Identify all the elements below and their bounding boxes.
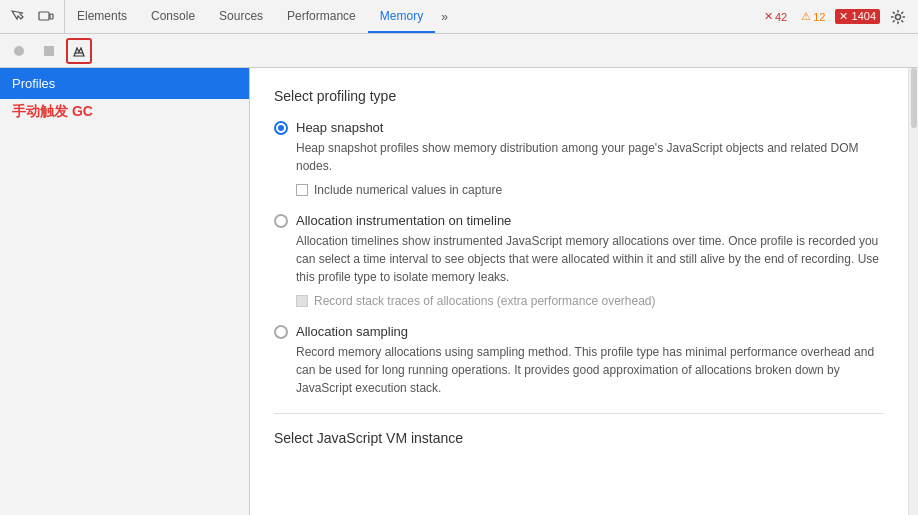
error-badge[interactable]: ✕ 42	[760, 9, 791, 24]
sidebar: Profiles 手动触发 GC	[0, 68, 250, 515]
allocation-sampling-radio[interactable]	[274, 325, 288, 339]
error-count: 42	[775, 11, 787, 23]
sidebar-annotation: 手动触发 GC	[0, 99, 249, 125]
svg-rect-4	[44, 46, 54, 56]
record-button[interactable]	[6, 38, 32, 64]
clear-button[interactable]	[66, 38, 92, 64]
svg-point-3	[14, 46, 24, 56]
tab-memory[interactable]: Memory	[368, 0, 435, 33]
allocation-timeline-text: Allocation instrumentation on timeline	[296, 213, 511, 228]
top-left-icons	[0, 0, 65, 33]
top-right-area: ✕ 42 ⚠ 12 ✕ 1404	[752, 5, 918, 29]
scrollbar-thumb[interactable]	[911, 68, 917, 128]
svg-rect-0	[39, 12, 49, 20]
allocation-sampling-desc: Record memory allocations using sampling…	[296, 343, 884, 397]
tab-console[interactable]: Console	[139, 0, 207, 33]
stop-button[interactable]	[36, 38, 62, 64]
allocation-timeline-desc: Allocation timelines show instrumented J…	[296, 232, 884, 286]
heap-snapshot-option[interactable]: Heap snapshot Heap snapshot profiles sho…	[274, 120, 884, 197]
action-bar	[0, 34, 918, 68]
allocation-sampling-text: Allocation sampling	[296, 324, 408, 339]
warning-badge[interactable]: ⚠ 12	[797, 9, 829, 24]
stack-traces-checkbox-row: Record stack traces of allocations (extr…	[296, 294, 884, 308]
warning-icon: ⚠	[801, 10, 811, 23]
allocation-sampling-option[interactable]: Allocation sampling Record memory alloca…	[274, 324, 884, 397]
content-area: Select profiling type Heap snapshot Heap…	[250, 68, 908, 515]
device-icon[interactable]	[34, 5, 58, 29]
svg-rect-1	[50, 14, 53, 19]
stack-traces-checkbox	[296, 295, 308, 307]
tab-performance[interactable]: Performance	[275, 0, 368, 33]
numerical-values-checkbox[interactable]	[296, 184, 308, 196]
error-icon: ✕	[764, 10, 773, 23]
tabs-container: Elements Console Sources Performance Mem…	[65, 0, 752, 33]
tab-sources[interactable]: Sources	[207, 0, 275, 33]
x-badge[interactable]: ✕ 1404	[835, 9, 880, 24]
sidebar-item-profiles[interactable]: Profiles	[0, 68, 249, 99]
svg-point-2	[896, 14, 901, 19]
top-tab-bar: Elements Console Sources Performance Mem…	[0, 0, 918, 34]
heap-snapshot-radio[interactable]	[274, 121, 288, 135]
allocation-timeline-radio[interactable]	[274, 214, 288, 228]
heap-snapshot-desc: Heap snapshot profiles show memory distr…	[296, 139, 884, 175]
section-title-profiling: Select profiling type	[274, 88, 884, 104]
heap-snapshot-text: Heap snapshot	[296, 120, 383, 135]
tab-elements[interactable]: Elements	[65, 0, 139, 33]
inspect-icon[interactable]	[6, 5, 30, 29]
more-tabs-button[interactable]: »	[435, 0, 454, 33]
allocation-timeline-option[interactable]: Allocation instrumentation on timeline A…	[274, 213, 884, 308]
settings-button[interactable]	[886, 5, 910, 29]
heap-snapshot-checkbox-row[interactable]: Include numerical values in capture	[296, 183, 884, 197]
allocation-sampling-label-row[interactable]: Allocation sampling	[274, 324, 884, 339]
warning-count: 12	[813, 11, 825, 23]
numerical-values-label: Include numerical values in capture	[314, 183, 502, 197]
allocation-timeline-label-row[interactable]: Allocation instrumentation on timeline	[274, 213, 884, 228]
scrollbar-track[interactable]	[908, 68, 918, 515]
stack-traces-label: Record stack traces of allocations (extr…	[314, 294, 656, 308]
js-vm-title: Select JavaScript VM instance	[274, 430, 884, 446]
main-area: Profiles 手动触发 GC Select profiling type H…	[0, 68, 918, 515]
heap-snapshot-label-row[interactable]: Heap snapshot	[274, 120, 884, 135]
divider	[274, 413, 884, 414]
